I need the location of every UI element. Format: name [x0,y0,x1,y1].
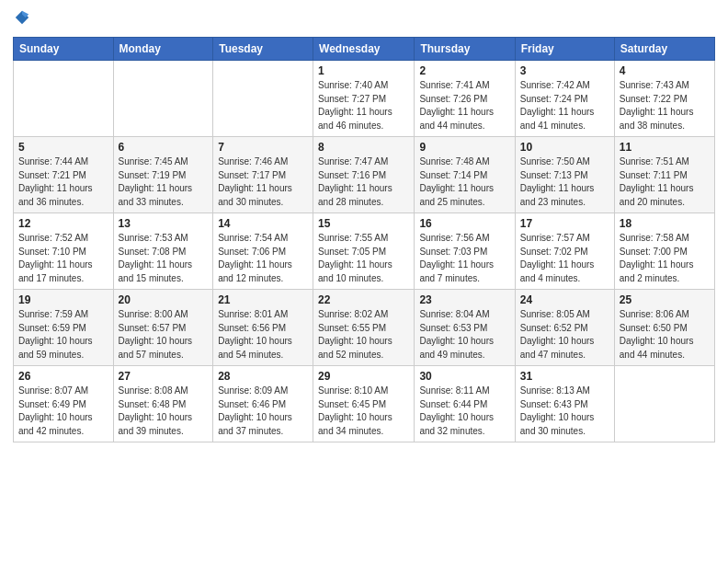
day-info: Sunrise: 7:40 AM Sunset: 7:27 PM Dayligh… [318,79,409,132]
calendar-cell: 22Sunrise: 8:02 AM Sunset: 6:55 PM Dayli… [313,290,415,366]
calendar-cell: 16Sunrise: 7:56 AM Sunset: 7:03 PM Dayli… [415,213,515,290]
calendar-cell: 30Sunrise: 8:11 AM Sunset: 6:44 PM Dayli… [415,366,515,442]
calendar-week-row: 1Sunrise: 7:40 AM Sunset: 7:27 PM Daylig… [14,61,715,137]
calendar-cell: 4Sunrise: 7:43 AM Sunset: 7:22 PM Daylig… [614,61,714,137]
day-number: 5 [18,141,108,154]
day-info: Sunrise: 7:55 AM Sunset: 7:05 PM Dayligh… [318,232,409,285]
day-number: 14 [218,217,308,230]
calendar-day-header: Saturday [614,38,714,61]
calendar-cell: 7Sunrise: 7:46 AM Sunset: 7:17 PM Daylig… [213,137,313,213]
day-number: 24 [520,293,609,306]
day-number: 3 [520,64,609,77]
day-number: 22 [318,293,409,306]
calendar-cell [213,61,313,137]
calendar-cell: 6Sunrise: 7:45 AM Sunset: 7:19 PM Daylig… [113,137,213,213]
day-info: Sunrise: 7:41 AM Sunset: 7:26 PM Dayligh… [419,79,509,132]
day-number: 7 [218,141,308,154]
day-info: Sunrise: 7:56 AM Sunset: 7:03 PM Dayligh… [419,232,509,285]
day-number: 21 [218,293,308,306]
calendar-cell: 9Sunrise: 7:48 AM Sunset: 7:14 PM Daylig… [415,137,515,213]
calendar-cell: 31Sunrise: 8:13 AM Sunset: 6:43 PM Dayli… [515,366,614,442]
day-number: 19 [18,293,108,306]
calendar-day-header: Wednesday [313,38,415,61]
calendar-cell: 17Sunrise: 7:57 AM Sunset: 7:02 PM Dayli… [515,213,614,290]
calendar-day-header: Thursday [415,38,515,61]
calendar-cell: 1Sunrise: 7:40 AM Sunset: 7:27 PM Daylig… [313,61,415,137]
day-number: 18 [620,217,710,230]
day-info: Sunrise: 7:48 AM Sunset: 7:14 PM Dayligh… [419,155,509,209]
day-number: 8 [318,141,409,154]
day-number: 20 [119,293,209,306]
day-info: Sunrise: 8:08 AM Sunset: 6:48 PM Dayligh… [119,385,209,438]
day-number: 11 [620,141,710,154]
day-number: 30 [419,370,509,383]
calendar-cell: 11Sunrise: 7:51 AM Sunset: 7:11 PM Dayli… [614,137,714,213]
day-number: 16 [419,217,509,230]
header [13,9,715,29]
day-info: Sunrise: 8:01 AM Sunset: 6:56 PM Dayligh… [218,308,308,362]
day-number: 12 [18,217,108,230]
logo-icon [14,9,30,26]
calendar-table: SundayMondayTuesdayWednesdayThursdayFrid… [13,37,715,442]
day-info: Sunrise: 7:54 AM Sunset: 7:06 PM Dayligh… [218,232,308,285]
calendar-week-row: 5Sunrise: 7:44 AM Sunset: 7:21 PM Daylig… [14,137,715,213]
calendar-cell: 20Sunrise: 8:00 AM Sunset: 6:57 PM Dayli… [113,290,213,366]
day-info: Sunrise: 7:50 AM Sunset: 7:13 PM Dayligh… [520,155,609,209]
day-info: Sunrise: 8:05 AM Sunset: 6:52 PM Dayligh… [520,308,609,362]
day-info: Sunrise: 7:53 AM Sunset: 7:08 PM Dayligh… [119,232,209,285]
day-info: Sunrise: 7:51 AM Sunset: 7:11 PM Dayligh… [620,155,710,209]
day-info: Sunrise: 8:07 AM Sunset: 6:49 PM Dayligh… [18,385,108,438]
day-info: Sunrise: 7:42 AM Sunset: 7:24 PM Dayligh… [520,79,609,132]
calendar-cell: 26Sunrise: 8:07 AM Sunset: 6:49 PM Dayli… [14,366,114,442]
calendar-cell: 25Sunrise: 8:06 AM Sunset: 6:50 PM Dayli… [614,290,714,366]
day-info: Sunrise: 8:10 AM Sunset: 6:45 PM Dayligh… [318,385,409,438]
calendar-day-header: Sunday [14,38,114,61]
day-info: Sunrise: 8:02 AM Sunset: 6:55 PM Dayligh… [318,308,409,362]
day-info: Sunrise: 8:00 AM Sunset: 6:57 PM Dayligh… [119,308,209,362]
calendar-cell: 19Sunrise: 7:59 AM Sunset: 6:59 PM Dayli… [14,290,114,366]
day-info: Sunrise: 7:45 AM Sunset: 7:19 PM Dayligh… [119,155,209,209]
day-number: 10 [520,141,609,154]
calendar-day-header: Tuesday [213,38,313,61]
day-info: Sunrise: 7:58 AM Sunset: 7:00 PM Dayligh… [620,232,710,285]
calendar-cell: 29Sunrise: 8:10 AM Sunset: 6:45 PM Dayli… [313,366,415,442]
day-info: Sunrise: 7:47 AM Sunset: 7:16 PM Dayligh… [318,155,409,209]
day-number: 27 [119,370,209,383]
day-number: 9 [419,141,509,154]
calendar-cell: 21Sunrise: 8:01 AM Sunset: 6:56 PM Dayli… [213,290,313,366]
day-number: 2 [419,64,509,77]
calendar-day-header: Friday [515,38,614,61]
calendar-cell [614,366,714,442]
calendar-week-row: 12Sunrise: 7:52 AM Sunset: 7:10 PM Dayli… [14,213,715,290]
calendar-week-row: 19Sunrise: 7:59 AM Sunset: 6:59 PM Dayli… [14,290,715,366]
calendar-cell: 8Sunrise: 7:47 AM Sunset: 7:16 PM Daylig… [313,137,415,213]
day-info: Sunrise: 7:57 AM Sunset: 7:02 PM Dayligh… [520,232,609,285]
calendar-cell [113,61,213,137]
day-number: 28 [218,370,308,383]
day-number: 4 [620,64,710,77]
day-number: 13 [119,217,209,230]
calendar-header-row: SundayMondayTuesdayWednesdayThursdayFrid… [14,38,715,61]
calendar-cell: 28Sunrise: 8:09 AM Sunset: 6:46 PM Dayli… [213,366,313,442]
logo [13,9,32,29]
calendar-cell: 10Sunrise: 7:50 AM Sunset: 7:13 PM Dayli… [515,137,614,213]
day-number: 31 [520,370,609,383]
day-info: Sunrise: 7:52 AM Sunset: 7:10 PM Dayligh… [18,232,108,285]
day-info: Sunrise: 7:59 AM Sunset: 6:59 PM Dayligh… [18,308,108,362]
calendar-cell [14,61,114,137]
calendar-cell: 13Sunrise: 7:53 AM Sunset: 7:08 PM Dayli… [113,213,213,290]
calendar-cell: 24Sunrise: 8:05 AM Sunset: 6:52 PM Dayli… [515,290,614,366]
calendar-cell: 14Sunrise: 7:54 AM Sunset: 7:06 PM Dayli… [213,213,313,290]
day-number: 6 [119,141,209,154]
day-number: 15 [318,217,409,230]
day-number: 17 [520,217,609,230]
day-number: 26 [18,370,108,383]
calendar-cell: 15Sunrise: 7:55 AM Sunset: 7:05 PM Dayli… [313,213,415,290]
page: SundayMondayTuesdayWednesdayThursdayFrid… [0,0,728,563]
calendar-week-row: 26Sunrise: 8:07 AM Sunset: 6:49 PM Dayli… [14,366,715,442]
day-info: Sunrise: 8:04 AM Sunset: 6:53 PM Dayligh… [419,308,509,362]
day-info: Sunrise: 7:44 AM Sunset: 7:21 PM Dayligh… [18,155,108,209]
calendar-cell: 27Sunrise: 8:08 AM Sunset: 6:48 PM Dayli… [113,366,213,442]
calendar-cell: 5Sunrise: 7:44 AM Sunset: 7:21 PM Daylig… [14,137,114,213]
day-info: Sunrise: 8:06 AM Sunset: 6:50 PM Dayligh… [620,308,710,362]
